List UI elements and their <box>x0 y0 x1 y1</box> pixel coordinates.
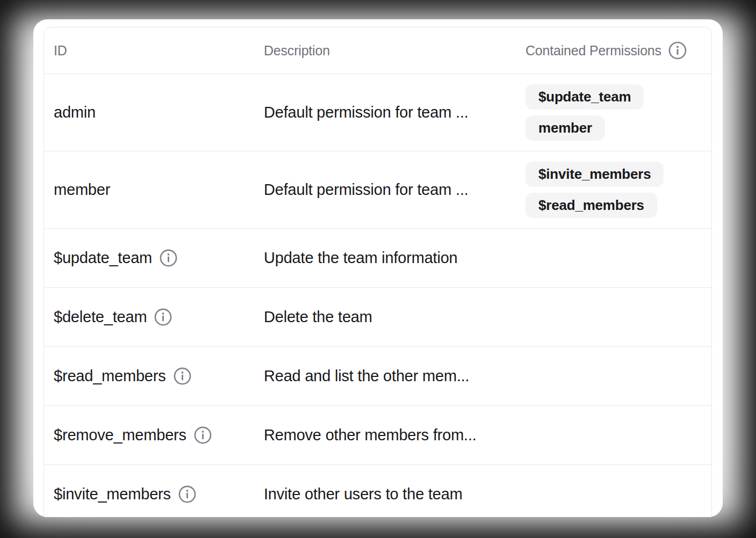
row-description: Update the team information <box>264 249 458 267</box>
table-row: $read_members Read and list the other me… <box>44 346 711 405</box>
description-cell: Invite other users to the team <box>254 465 516 517</box>
table-row: $invite_members Invite other users to th… <box>44 464 711 517</box>
row-id: $delete_team <box>54 308 147 326</box>
permissions-card: ID Description Contained Permissions ad <box>33 19 723 517</box>
description-cell: Update the team information <box>254 229 516 287</box>
id-cell: admin <box>44 74 254 151</box>
description-cell: Read and list the other mem... <box>254 347 516 405</box>
permissions-table: ID Description Contained Permissions ad <box>44 27 712 517</box>
permission-badge: $read_members <box>525 193 657 218</box>
permissions-cell <box>516 229 711 287</box>
description-cell: Default permission for team ... <box>254 151 516 228</box>
table-row: $remove_members Remove other members fro… <box>44 405 711 464</box>
id-cell: $invite_members <box>44 465 254 517</box>
permissions-cell <box>516 465 711 517</box>
permissions-cell <box>516 288 711 346</box>
permissions-cell <box>516 406 711 464</box>
column-header-description: Description <box>254 27 516 74</box>
column-header-contained-permissions: Contained Permissions <box>516 27 711 74</box>
row-description: Delete the team <box>264 308 372 326</box>
row-description: Default permission for team ... <box>264 104 469 121</box>
info-icon[interactable] <box>173 367 192 386</box>
permission-badge: $update_team <box>525 84 644 110</box>
row-id: $remove_members <box>54 426 186 444</box>
row-id: $read_members <box>54 367 166 385</box>
id-cell: member <box>44 151 254 228</box>
column-header-description-label: Description <box>264 43 330 59</box>
info-icon[interactable] <box>178 485 197 504</box>
table-row: $update_team Update the team information <box>44 228 711 287</box>
row-description: Default permission for team ... <box>264 181 469 199</box>
row-description: Remove other members from... <box>264 426 477 444</box>
id-cell: $read_members <box>44 347 254 405</box>
id-cell: $update_team <box>44 229 254 287</box>
info-icon[interactable] <box>159 249 178 267</box>
info-icon[interactable] <box>668 41 687 60</box>
description-cell: Delete the team <box>254 288 516 346</box>
permissions-cell: $update_team member <box>516 74 711 151</box>
info-icon[interactable] <box>154 308 172 326</box>
description-cell: Default permission for team ... <box>254 74 516 151</box>
row-id: admin <box>54 104 96 121</box>
permissions-cell: $invite_members $read_members <box>516 151 711 228</box>
table-row: member Default permission for team ... $… <box>44 151 711 228</box>
table-row: $delete_team Delete the team <box>44 287 711 346</box>
row-id: member <box>54 181 110 199</box>
row-description: Invite other users to the team <box>264 485 463 503</box>
permission-badge: $invite_members <box>525 162 664 187</box>
permission-badge: member <box>525 115 605 141</box>
id-cell: $delete_team <box>44 288 254 346</box>
column-header-id: ID <box>44 27 254 74</box>
column-header-id-label: ID <box>54 43 67 59</box>
row-id: $invite_members <box>54 485 171 503</box>
table-row: admin Default permission for team ... $u… <box>44 74 711 151</box>
id-cell: $remove_members <box>44 406 254 464</box>
column-header-contained-permissions-label: Contained Permissions <box>525 43 661 59</box>
info-icon[interactable] <box>193 426 212 445</box>
table-header-row: ID Description Contained Permissions <box>44 27 711 74</box>
permissions-cell <box>516 347 711 405</box>
row-id: $update_team <box>54 249 152 267</box>
description-cell: Remove other members from... <box>254 406 516 464</box>
row-description: Read and list the other mem... <box>264 367 469 385</box>
